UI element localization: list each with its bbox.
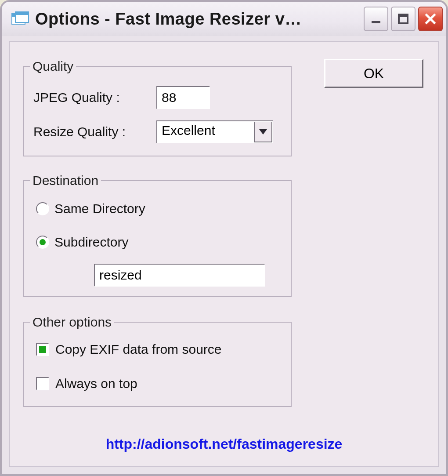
- checkbox-copy-exif-label: Copy EXIF data from source: [55, 342, 222, 357]
- radio-subdirectory-label: Subdirectory: [54, 235, 128, 250]
- radio-same-directory-label: Same Directory: [54, 201, 145, 216]
- radio-same-directory[interactable]: Same Directory: [36, 201, 145, 216]
- resize-quality-selected: Excellent: [157, 121, 254, 142]
- svg-rect-6: [399, 15, 408, 17]
- checkbox-copy-exif[interactable]: Copy EXIF data from source: [36, 342, 222, 357]
- radio-subdirectory-indicator: [36, 236, 49, 249]
- resize-quality-label: Resize Quality :: [33, 124, 156, 139]
- ok-button[interactable]: OK: [324, 59, 423, 88]
- svg-rect-4: [372, 21, 380, 23]
- titlebar[interactable]: Options - Fast Image Resizer v…: [2, 2, 446, 36]
- window-title: Options - Fast Image Resizer v…: [35, 10, 360, 29]
- radio-subdirectory[interactable]: Subdirectory: [36, 235, 128, 250]
- checkbox-copy-exif-indicator: [36, 343, 49, 356]
- svg-rect-3: [15, 12, 29, 15]
- group-other-options-legend: Other options: [30, 315, 114, 330]
- group-destination-legend: Destination: [30, 173, 101, 188]
- jpeg-quality-label: JPEG Quality :: [33, 90, 156, 105]
- checkbox-always-on-top-indicator: [36, 377, 49, 390]
- svg-marker-7: [259, 129, 267, 134]
- subdirectory-input[interactable]: [94, 264, 265, 287]
- group-destination: Destination Same Directory Subdirectory: [23, 173, 292, 297]
- chevron-down-icon: [259, 129, 267, 134]
- close-button[interactable]: [418, 7, 443, 31]
- minimize-button[interactable]: [364, 7, 388, 31]
- close-icon: [424, 12, 437, 25]
- checkbox-always-on-top[interactable]: Always on top: [36, 376, 137, 391]
- client-area: OK Quality JPEG Quality : Resize Quality…: [9, 41, 439, 467]
- ok-button-label: OK: [364, 65, 384, 82]
- row-resize-quality: Resize Quality : Excellent: [33, 120, 281, 143]
- minimize-icon: [369, 12, 383, 25]
- group-other-options: Other options Copy EXIF data from source…: [23, 315, 292, 407]
- app-icon: [11, 11, 29, 26]
- resize-quality-combobox[interactable]: Excellent: [156, 120, 273, 143]
- website-link[interactable]: http://adionsoft.net/fastimageresize: [10, 436, 438, 452]
- window-frame: Options - Fast Image Resizer v…: [0, 0, 448, 476]
- row-jpeg-quality: JPEG Quality :: [33, 86, 281, 109]
- group-quality: Quality JPEG Quality : Resize Quality : …: [23, 59, 292, 156]
- jpeg-quality-input[interactable]: [156, 86, 210, 109]
- group-quality-legend: Quality: [30, 59, 76, 74]
- maximize-icon: [397, 12, 410, 25]
- maximize-button[interactable]: [391, 7, 415, 31]
- caption-buttons: [364, 7, 443, 31]
- resize-quality-dropdown-button[interactable]: [254, 121, 272, 142]
- checkbox-always-on-top-label: Always on top: [55, 376, 137, 391]
- radio-same-directory-indicator: [36, 202, 49, 215]
